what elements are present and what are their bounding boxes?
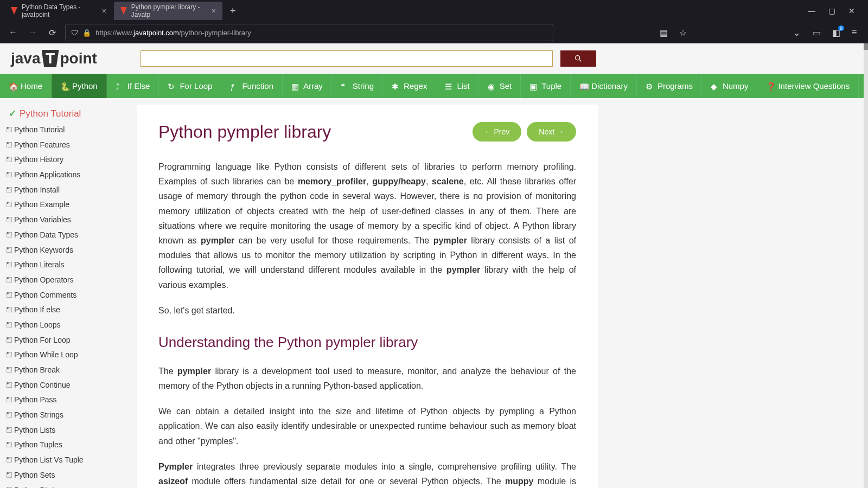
- account-icon[interactable]: ▭: [813, 28, 822, 37]
- sidebar-item[interactable]: Python List Vs Tuple: [0, 453, 130, 468]
- next-button[interactable]: Next →: [527, 122, 576, 142]
- scrollbar-thumb[interactable]: [864, 43, 868, 50]
- tab-active[interactable]: Python pympler library - Javatp ×: [114, 2, 222, 20]
- nav-bar: ← → ⟳ 🛡 🔒 https://www.javatpoint.com/pyt…: [0, 22, 868, 43]
- page-content: java T point 🏠Home 🐍Python ⤴If Else ↻For…: [0, 43, 868, 488]
- back-button[interactable]: ←: [7, 28, 20, 37]
- sidebar-item[interactable]: Python Strings: [0, 408, 130, 423]
- reload-button[interactable]: ⟳: [46, 28, 59, 38]
- sidebar-item[interactable]: Python Sets: [0, 468, 130, 483]
- url-text: https://www.javatpoint.com/python-pymple…: [95, 29, 251, 37]
- nav-home[interactable]: 🏠Home: [0, 74, 52, 98]
- nav-numpy[interactable]: ◆Numpy: [702, 74, 758, 98]
- scrollbar-track[interactable]: [864, 43, 868, 488]
- sidebar-item[interactable]: Python Tuples: [0, 438, 130, 453]
- close-icon[interactable]: ×: [212, 7, 216, 15]
- maximize-icon[interactable]: ▢: [828, 7, 835, 15]
- nav-tuple[interactable]: ▣Tuple: [521, 74, 571, 98]
- article-title: Python pympler library: [158, 122, 331, 142]
- sidebar-item[interactable]: Python Tutorial: [0, 123, 130, 138]
- sidebar-item[interactable]: Python Loops: [0, 318, 130, 333]
- nav-programs[interactable]: ⚙Programs: [637, 74, 702, 98]
- url-bar[interactable]: 🛡 🔒 https://www.javatpoint.com/python-py…: [65, 24, 553, 41]
- home-icon: 🏠: [9, 82, 17, 91]
- numpy-icon: ◆: [711, 82, 719, 91]
- sidebar-item[interactable]: Python Variables: [0, 213, 130, 228]
- nav-ribbon: 🏠Home 🐍Python ⤴If Else ↻For Loop ƒFuncti…: [0, 74, 868, 98]
- nav-dictionary[interactable]: 📖Dictionary: [571, 74, 637, 98]
- sidebar-item[interactable]: Python Keywords: [0, 243, 130, 258]
- paragraph: Pympler integrates three previously sepa…: [158, 459, 576, 488]
- nav-list[interactable]: ☰List: [436, 74, 478, 98]
- window-controls: — ▢ ✕: [808, 7, 864, 15]
- function-icon: ƒ: [230, 82, 239, 91]
- python-icon: 🐍: [60, 82, 69, 91]
- tuple-icon: ▣: [529, 82, 538, 91]
- sidebar-item[interactable]: Python Features: [0, 138, 130, 153]
- tab-title: Python Data Types - javatpoint: [22, 3, 98, 18]
- sidebar-item[interactable]: Python Operators: [0, 273, 130, 288]
- tab-title: Python pympler library - Javatp: [131, 3, 207, 18]
- nav-python[interactable]: 🐍Python: [52, 74, 107, 98]
- main-layout: Python Tutorial Python Tutorial Python F…: [0, 98, 868, 488]
- search-wrap: [141, 50, 596, 67]
- sidebar-item[interactable]: Python History: [0, 152, 130, 168]
- programs-icon: ⚙: [646, 82, 654, 91]
- nav-function[interactable]: ƒFunction: [221, 74, 283, 98]
- sidebar-item[interactable]: Python Dictionary: [0, 483, 130, 489]
- logo-post: point: [60, 50, 97, 67]
- sidebar-item[interactable]: Python While Loop: [0, 348, 130, 363]
- branch-icon: ⤴: [116, 82, 124, 91]
- paragraph: So, let's get started.: [158, 303, 576, 318]
- loop-icon: ↻: [168, 82, 176, 91]
- svg-point-0: [576, 56, 580, 60]
- search-button[interactable]: [560, 50, 596, 67]
- right-space: [604, 98, 800, 488]
- set-icon: ◉: [488, 82, 496, 91]
- sidebar-item[interactable]: Python Lists: [0, 423, 130, 438]
- extension-icon[interactable]: ◧8: [832, 28, 842, 37]
- logo-badge: T: [42, 50, 59, 67]
- sidebar-item[interactable]: Python Literals: [0, 258, 130, 273]
- bookmark-icon[interactable]: ☆: [676, 28, 690, 38]
- nav-regex[interactable]: ✱Regex: [383, 74, 436, 98]
- sidebar-item[interactable]: Python Applications: [0, 168, 130, 183]
- array-icon: ▦: [291, 82, 300, 91]
- menu-icon[interactable]: ≡: [852, 28, 861, 37]
- reader-mode-icon[interactable]: ▤: [657, 28, 670, 38]
- sidebar-item[interactable]: Python For Loop: [0, 333, 130, 348]
- new-tab-button[interactable]: +: [224, 5, 242, 17]
- logo[interactable]: java T point: [11, 50, 97, 67]
- nav-interview[interactable]: ❓Interview Questions: [757, 74, 859, 98]
- shield-icon: 🛡: [71, 29, 78, 37]
- browser-chrome: Python Data Types - javatpoint × Python …: [0, 0, 868, 43]
- paragraph: Programming language like Python consist…: [158, 159, 576, 292]
- nav-set[interactable]: ◉Set: [479, 74, 521, 98]
- svg-line-1: [579, 60, 581, 61]
- chrome-right-icons: ⌄ ▭ ◧8 ≡: [793, 28, 861, 37]
- nav-forloop[interactable]: ↻For Loop: [159, 74, 221, 98]
- sidebar-item[interactable]: Python Data Types: [0, 228, 130, 243]
- sidebar-item[interactable]: Python Pass: [0, 393, 130, 408]
- close-icon[interactable]: ×: [102, 7, 106, 15]
- tab-inactive[interactable]: Python Data Types - javatpoint ×: [4, 2, 113, 20]
- nav-array[interactable]: ▦Array: [283, 74, 332, 98]
- sidebar-item[interactable]: Python If else: [0, 303, 130, 318]
- sidebar-item[interactable]: Python Break: [0, 363, 130, 378]
- dict-icon: 📖: [579, 82, 588, 91]
- site-icon: [11, 7, 17, 15]
- pocket-icon[interactable]: ⌄: [793, 28, 803, 37]
- site-icon: [120, 7, 127, 15]
- close-window-icon[interactable]: ✕: [848, 7, 855, 15]
- nav-string[interactable]: ❝String: [332, 74, 383, 98]
- string-icon: ❝: [341, 82, 349, 91]
- search-input[interactable]: [141, 50, 553, 67]
- prev-button[interactable]: ← Prev: [473, 122, 522, 142]
- logo-pre: java: [11, 50, 41, 67]
- sidebar-item[interactable]: Python Install: [0, 183, 130, 198]
- sidebar-item[interactable]: Python Continue: [0, 378, 130, 393]
- nav-ifelse[interactable]: ⤴If Else: [107, 74, 159, 98]
- minimize-icon[interactable]: —: [808, 7, 815, 15]
- sidebar-item[interactable]: Python Example: [0, 197, 130, 213]
- sidebar-item[interactable]: Python Comments: [0, 288, 130, 303]
